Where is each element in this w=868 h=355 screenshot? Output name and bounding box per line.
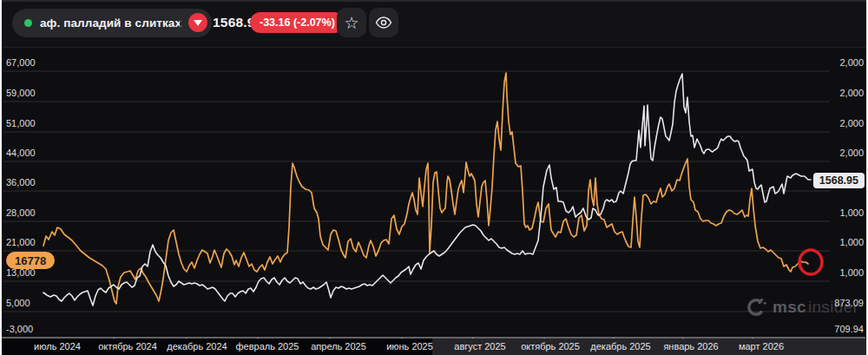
chart-header: аф. палладий в слитках 1568.95 -33.16 (-… — [0, 0, 868, 48]
y-axis-label-right: 1,000 — [839, 237, 864, 248]
y-axis-label-right: 2,000 — [839, 148, 864, 159]
x-axis-label: март 2026 — [739, 341, 784, 352]
y-axis-label-left: 44,000 — [6, 148, 36, 159]
watch-button[interactable] — [369, 8, 398, 37]
chart-canvas[interactable]: msc insider 16778 1568.95 67,00059,00051… — [0, 49, 868, 355]
price-down-icon — [188, 13, 207, 32]
header-divider — [180, 14, 181, 32]
top-edge-strip — [0, 0, 868, 2]
palladium-rub-left-axis-line — [43, 73, 808, 304]
eye-icon — [375, 16, 392, 29]
x-axis-label: февраль 2025 — [236, 341, 299, 352]
y-axis-label-right: 1,000 — [839, 267, 864, 279]
watermark-msc: msc — [773, 298, 806, 317]
y-axis-label-left: 21,000 — [6, 237, 36, 248]
x-axis-label: октябрь 2024 — [98, 341, 157, 352]
y-axis-label-left: -3,000 — [6, 324, 33, 335]
right-series-value-badge: 1568.95 — [813, 173, 865, 188]
x-axis-label: январь 2026 — [663, 341, 718, 352]
price-chart-svg — [0, 0, 868, 355]
y-axis-label-right: 1,000 — [839, 207, 864, 219]
trading-terminal: аф. палладий в слитках 1568.95 -33.16 (-… — [0, 0, 868, 355]
x-axis-label: декабрь 2024 — [167, 341, 227, 352]
y-axis-label-left: 67,000 — [6, 57, 36, 69]
y-axis-label-left: 59,000 — [6, 88, 36, 99]
x-axis-label: декабрь 2025 — [590, 341, 650, 352]
x-axis-label: август 2025 — [454, 341, 505, 352]
x-axis-label: июль 2024 — [34, 341, 81, 352]
y-axis-label-left: 51,000 — [6, 118, 36, 129]
left-series-value-badge: 16778 — [6, 252, 55, 269]
x-axis-label: апрель 2025 — [311, 341, 366, 352]
price-change-badge: -33.16 (-2.07%) — [250, 12, 345, 33]
y-axis-label-left: 5,000 — [6, 298, 30, 309]
page-edge-left — [0, 0, 2, 355]
favorite-button[interactable]: ☆ — [337, 8, 366, 37]
y-axis-label-right: 709.94 — [834, 324, 864, 335]
symbol-selector[interactable]: аф. палладий в слитках — [12, 9, 212, 37]
x-axis-label: июнь 2025 — [386, 341, 433, 352]
y-axis-label-right: 873.09 — [834, 298, 864, 309]
x-axis-label: октябрь 2025 — [521, 341, 580, 352]
market-open-dot — [24, 19, 32, 27]
y-axis-label-right: 2,000 — [839, 88, 864, 99]
palladium-usd-right-axis-line — [43, 74, 811, 306]
star-icon: ☆ — [344, 15, 358, 31]
symbol-label: аф. палладий в слитках — [40, 16, 181, 30]
y-axis-label-left: 28,000 — [6, 207, 36, 219]
y-axis-label-left: 36,000 — [6, 177, 36, 188]
y-axis-label-right: 2,000 — [839, 118, 864, 129]
mscinsider-logo-icon — [745, 296, 767, 319]
y-axis-label-right: 2,000 — [839, 57, 864, 69]
